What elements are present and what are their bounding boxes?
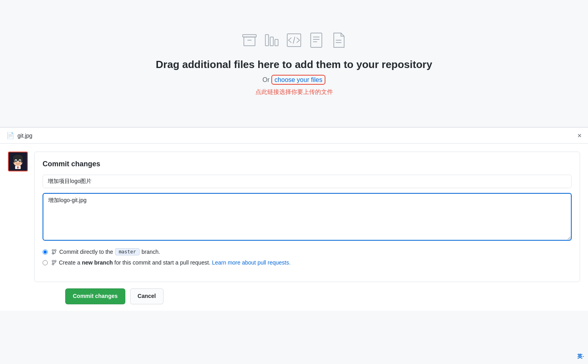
radio-option-branch: Create a new branch for this commit and … xyxy=(43,259,572,266)
commit-section: Commit changes 增加logo-git.jpg xyxy=(0,144,588,282)
commit-form-title: Commit changes xyxy=(43,160,572,168)
pdf-icon xyxy=(330,31,347,49)
svg-point-22 xyxy=(19,160,21,162)
fork-svg-icon xyxy=(51,259,57,266)
file-row: 📄 git.jpg × xyxy=(0,127,588,144)
svg-rect-0 xyxy=(243,35,256,37)
drop-subtitle: Or choose your files xyxy=(263,76,325,84)
fork-icon xyxy=(51,259,57,266)
document-icon xyxy=(308,31,325,49)
commit-icon xyxy=(51,249,57,255)
svg-point-26 xyxy=(52,249,54,251)
avatar-image xyxy=(9,152,27,171)
commit-form-inner: Commit changes 增加logo-git.jpg xyxy=(34,152,580,282)
barchart-icon xyxy=(263,31,280,49)
file-name: git.jpg xyxy=(18,132,32,139)
watermark-text: 英· xyxy=(577,353,584,359)
radio-direct-text-before: Commit directly to the xyxy=(59,249,113,255)
commit-form: Commit changes 增加logo-git.jpg xyxy=(34,152,580,282)
svg-point-28 xyxy=(55,249,56,251)
radio-direct-label[interactable]: Commit directly to the master branch. xyxy=(51,248,160,255)
svg-rect-3 xyxy=(265,35,269,46)
svg-rect-5 xyxy=(275,39,278,46)
drop-icons xyxy=(241,31,347,49)
avatar-container xyxy=(8,152,28,282)
file-type-icon: 📄 xyxy=(6,132,14,139)
svg-point-30 xyxy=(52,260,54,262)
drop-hint: 点此链接选择你要上传的文件 xyxy=(255,88,333,96)
close-icon[interactable]: × xyxy=(577,132,582,139)
svg-rect-17 xyxy=(13,157,15,163)
drop-title: Drag additional files here to add them t… xyxy=(156,58,432,71)
svg-line-7 xyxy=(293,37,295,43)
svg-rect-1 xyxy=(244,37,255,46)
svg-point-21 xyxy=(15,160,17,162)
commit-description-textarea[interactable]: 增加logo-git.jpg xyxy=(43,193,572,241)
radio-option-direct: Commit directly to the master branch. xyxy=(43,248,572,255)
radio-options: Commit directly to the master branch. xyxy=(43,248,572,266)
svg-rect-8 xyxy=(311,33,322,47)
choose-files-link[interactable]: choose your files xyxy=(271,75,325,85)
subtitle-prefix: Or xyxy=(263,76,271,83)
radio-branch-text-after: for this commit and start a pull request… xyxy=(115,259,210,266)
radio-direct-text-after: branch. xyxy=(142,249,160,255)
watermark: 英· xyxy=(577,353,584,360)
action-buttons: Commit changes Cancel xyxy=(0,282,588,311)
branch-badge: master xyxy=(115,248,139,255)
code-icon xyxy=(285,31,303,49)
svg-rect-4 xyxy=(270,37,273,46)
avatar xyxy=(8,152,28,171)
drop-zone[interactable]: Drag additional files here to add them t… xyxy=(0,0,588,127)
page-wrapper: Drag additional files here to add them t… xyxy=(0,0,588,311)
radio-branch-label[interactable]: Create a new branch for this commit and … xyxy=(51,259,290,266)
radio-direct-input[interactable] xyxy=(43,249,48,255)
cancel-button[interactable]: Cancel xyxy=(130,288,164,304)
commit-changes-button[interactable]: Commit changes xyxy=(65,288,125,304)
svg-rect-18 xyxy=(21,157,23,163)
radio-branch-input[interactable] xyxy=(43,260,48,265)
learn-more-link[interactable]: Learn more about pull requests. xyxy=(212,259,291,266)
radio-branch-strong: new branch xyxy=(82,259,113,266)
archive-icon xyxy=(241,31,258,49)
commit-message-input[interactable] xyxy=(43,175,572,188)
radio-branch-text-before: Create a xyxy=(59,259,80,266)
branch-merge-icon xyxy=(51,249,57,255)
file-row-left: 📄 git.jpg xyxy=(6,132,32,139)
svg-point-31 xyxy=(55,260,56,262)
